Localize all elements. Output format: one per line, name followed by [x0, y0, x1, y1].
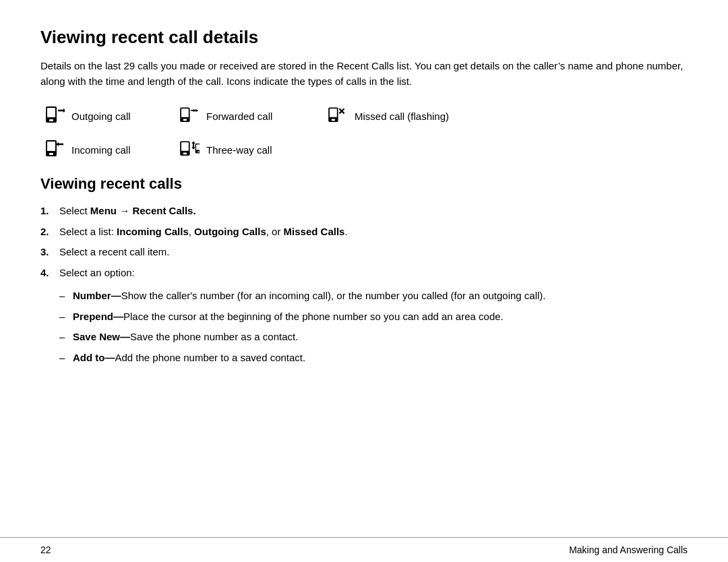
step-4: 4. Select an option: — [40, 266, 688, 281]
option-prepend-content: Prepend—Place the cursor at the beginnin… — [73, 309, 688, 325]
svg-marker-26 — [191, 141, 195, 144]
option-save-new: – Save New—Save the phone number as a co… — [59, 330, 688, 345]
incoming-call-icon — [40, 137, 65, 162]
svg-rect-24 — [183, 153, 187, 155]
step-3-content: Select a recent call item. — [59, 245, 688, 260]
step-2-number: 2. — [40, 224, 59, 240]
bullet-dash-4: – — [59, 350, 73, 366]
step-3: 3. Select a recent call item. — [40, 245, 688, 260]
missed-call-item: Missed call (flashing) — [324, 104, 688, 128]
threeway-call-icon — [175, 137, 200, 162]
option-add-to: – Add to—Add the phone number to a saved… — [59, 350, 688, 366]
bullet-dash-1: – — [59, 288, 73, 304]
step-3-number: 3. — [40, 245, 59, 260]
outgoing-call-item: Outgoing call — [40, 104, 175, 128]
step-4-number: 4. — [40, 266, 59, 281]
svg-rect-2 — [49, 119, 53, 121]
outgoing-call-label: Outgoing call — [71, 111, 131, 122]
intro-text: Details on the last 29 calls you made or… — [40, 59, 688, 89]
svg-rect-30 — [198, 152, 200, 152]
step-2: 2. Select a list: Incoming Calls, Outgoi… — [40, 224, 688, 240]
svg-rect-29 — [196, 144, 200, 150]
option-number-content: Number—Show the caller's number (for an … — [73, 288, 688, 304]
option-save-new-content: Save New—Save the phone number as a cont… — [73, 330, 688, 345]
icon-legend: Outgoing call Forwarded call — [40, 104, 688, 162]
svg-rect-13 — [330, 108, 337, 117]
step-4-content: Select an option: — [59, 266, 688, 281]
svg-marker-11 — [196, 109, 199, 113]
svg-rect-14 — [332, 119, 335, 121]
bullet-dash-3: – — [59, 330, 73, 345]
step-1: 1. Select Menu → Recent Calls. — [40, 204, 688, 219]
svg-rect-23 — [181, 142, 189, 151]
svg-marker-4 — [63, 108, 65, 113]
forwarded-call-label: Forwarded call — [206, 111, 272, 122]
forwarded-call-item: Forwarded call — [175, 104, 324, 128]
page-number: 22 — [40, 544, 51, 555]
missed-call-icon — [324, 104, 348, 128]
bullet-dash-2: – — [59, 309, 73, 325]
section2-title: Viewing recent calls — [40, 175, 688, 193]
steps-list: 1. Select Menu → Recent Calls. 2. Select… — [40, 204, 688, 280]
outgoing-call-icon — [40, 104, 65, 128]
option-prepend: – Prepend—Place the cursor at the beginn… — [59, 309, 688, 325]
step-1-content: Select Menu → Recent Calls. — [59, 204, 688, 219]
svg-rect-6 — [181, 108, 189, 117]
missed-call-label: Missed call (flashing) — [355, 111, 449, 122]
page-footer: 22 Making and Answering Calls — [0, 537, 728, 562]
threeway-call-item: Three-way call — [175, 137, 324, 162]
svg-rect-19 — [49, 153, 53, 155]
page-title: Viewing recent call details — [40, 27, 688, 48]
threeway-call-label: Three-way call — [206, 144, 272, 156]
incoming-call-item: Incoming call — [40, 137, 175, 162]
option-add-to-content: Add to—Add the phone number to a saved c… — [73, 350, 688, 366]
step-1-number: 1. — [40, 204, 59, 219]
incoming-call-label: Incoming call — [71, 144, 131, 156]
svg-marker-27 — [191, 147, 195, 150]
options-list: – Number—Show the caller's number (for a… — [59, 288, 688, 365]
chapter-name: Making and Answering Calls — [569, 544, 688, 555]
step-2-content: Select a list: Incoming Calls, Outgoing … — [59, 224, 688, 240]
option-number: – Number—Show the caller's number (for a… — [59, 288, 688, 304]
svg-rect-18 — [47, 142, 55, 151]
forwarded-call-icon — [175, 104, 200, 128]
svg-rect-1 — [47, 108, 55, 117]
svg-rect-7 — [183, 119, 187, 121]
